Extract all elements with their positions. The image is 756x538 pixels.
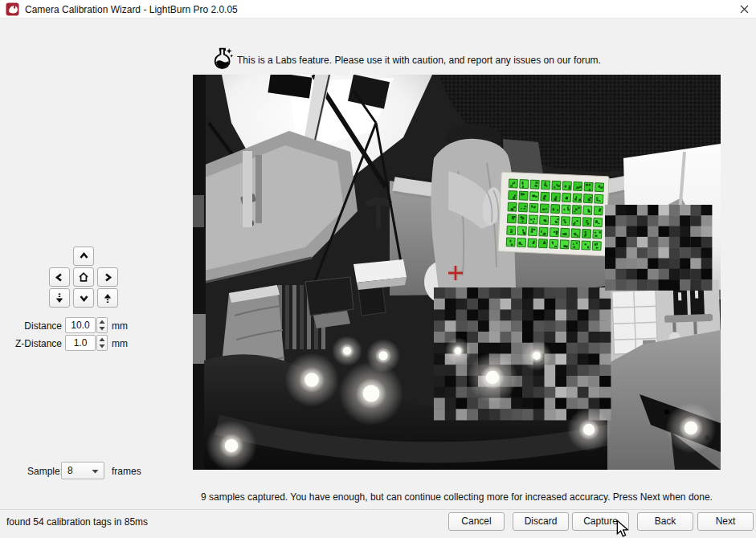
close-icon[interactable] [734, 1, 754, 18]
jog-left-button[interactable] [49, 267, 70, 287]
next-button[interactable]: Next [697, 512, 754, 531]
chevron-down-icon [92, 469, 99, 474]
z-distance-unit: mm [112, 338, 128, 349]
distance-spinner[interactable] [96, 317, 108, 333]
found-tags-status: found 54 calibration tags in 85ms [6, 516, 148, 528]
camera-feed-image [193, 75, 721, 470]
jog-up-button[interactable] [73, 247, 94, 266]
footer-divider [0, 509, 756, 510]
discard-button[interactable]: Discard [513, 512, 569, 531]
labs-notice-text: This is a Labs feature. Please use it wi… [237, 55, 601, 66]
z-distance-spinner[interactable] [96, 335, 108, 351]
jog-right-button[interactable] [97, 267, 118, 287]
lightburn-logo-icon [6, 2, 19, 16]
titlebar: Camera Calibration Wizard - LightBurn Pr… [0, 0, 756, 18]
jog-down-button[interactable] [73, 288, 94, 308]
z-distance-input[interactable]: 1.0 [65, 335, 96, 351]
labs-notice: This is a Labs feature. Please use it wi… [0, 22, 756, 50]
capture-button[interactable]: Capture [572, 512, 629, 531]
calibration-board [498, 172, 609, 256]
sample-value: 8 [67, 465, 73, 476]
capture-status-message: 9 samples captured. You have enough, but… [193, 491, 721, 503]
camera-feed [193, 75, 721, 470]
back-button[interactable]: Back [637, 512, 693, 531]
distance-label: Distance [8, 320, 62, 332]
jog-home-button[interactable] [73, 267, 94, 287]
distance-unit: mm [112, 320, 128, 332]
cancel-button[interactable]: Cancel [448, 512, 505, 531]
window-title: Camera Calibration Wizard - LightBurn Pr… [25, 4, 238, 15]
sample-unit: frames [112, 466, 141, 477]
z-distance-label: Z-Distance [8, 338, 62, 349]
distance-input[interactable]: 10.0 [65, 317, 96, 333]
camera-calibration-wizard-window: Camera Calibration Wizard - LightBurn Pr… [0, 0, 756, 538]
z-down-button[interactable] [49, 288, 70, 308]
sample-dropdown[interactable]: 8 [61, 462, 104, 479]
sample-label: Sample: [27, 466, 63, 477]
z-up-button[interactable] [97, 288, 118, 308]
labs-flask-icon [211, 47, 234, 73]
